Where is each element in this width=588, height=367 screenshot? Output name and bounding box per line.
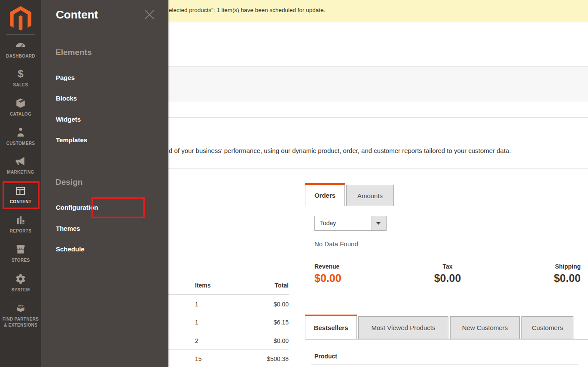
total-cell: $0.00 — [168, 337, 289, 344]
stat-revenue: Revenue $0.00 — [314, 263, 403, 284]
tab-most-viewed-label: Most Viewed Products — [372, 324, 436, 331]
sidebar-item-label: CONTENT — [0, 199, 41, 205]
admin-sidebar: DASHBOARD $ SALES CATALOG CUSTOMERS MARK… — [0, 0, 41, 367]
sidebar-item-sales[interactable]: $ SALES — [0, 68, 41, 88]
extensions-icon — [0, 303, 41, 314]
tab-customers[interactable]: Customers — [521, 316, 573, 339]
sidebar-item-stores[interactable]: STORES — [0, 244, 41, 263]
tab-most-viewed-products[interactable]: Most Viewed Products — [358, 316, 448, 339]
sidebar-item-system[interactable]: SYSTEM — [0, 273, 41, 293]
marketing-icon — [0, 156, 41, 167]
menu-item-templates[interactable]: Templates — [56, 136, 87, 144]
stores-icon — [0, 244, 41, 255]
sidebar-divider — [6, 298, 35, 298]
content-menu-flyout: Content Elements Pages Blocks Widgets Te… — [41, 0, 168, 367]
total-cell: $0.00 — [168, 301, 289, 308]
stat-shipping-value: $0.00 — [492, 272, 581, 284]
divider — [168, 331, 289, 331]
tab-amounts[interactable]: Amounts — [346, 185, 394, 206]
customers-icon — [0, 127, 41, 138]
dashboard-icon — [0, 40, 41, 51]
sidebar-item-label: DASHBOARD — [0, 53, 41, 59]
page-header-band — [168, 66, 588, 102]
admin-dashboard-page: elected products": 1 item(s) have been s… — [0, 0, 588, 367]
chevron-down-icon — [372, 216, 386, 230]
tab-bestsellers-label: Bestsellers — [314, 324, 348, 331]
no-data-text: No Data Found — [314, 240, 358, 248]
advanced-reporting-text: d of your business' performance, using o… — [169, 147, 511, 154]
highlight-box-configuration — [91, 197, 145, 218]
magento-logo[interactable] — [0, 6, 41, 34]
system-icon — [0, 273, 41, 285]
divider — [168, 168, 588, 169]
divider — [168, 294, 289, 295]
tab-new-customers[interactable]: New Customers — [450, 316, 520, 339]
sidebar-item-label: CATALOG — [0, 111, 41, 117]
orders-table-header-total: Total — [168, 282, 289, 289]
bestsellers-column-product: Product — [314, 353, 337, 360]
sidebar-item-marketing[interactable]: MARKETING — [0, 156, 41, 175]
tab-amounts-label: Amounts — [357, 192, 383, 199]
menu-item-widgets[interactable]: Widgets — [56, 116, 81, 123]
divider — [311, 364, 578, 365]
sidebar-item-label: REPORTS — [0, 228, 41, 234]
close-icon — [143, 9, 155, 21]
menu-section-heading-design: Design — [55, 177, 82, 187]
sidebar-item-catalog[interactable]: CATALOG — [0, 98, 41, 117]
tab-orders-label: Orders — [314, 192, 335, 199]
content-icon — [0, 185, 41, 197]
menu-item-blocks[interactable]: Blocks — [56, 95, 77, 102]
sidebar-divider — [6, 34, 35, 35]
divider — [168, 117, 588, 118]
sidebar-item-find-partners[interactable]: FIND PARTNERS & EXTENSIONS — [0, 303, 41, 328]
sidebar-item-label: SALES — [0, 82, 41, 88]
catalog-icon — [0, 98, 41, 109]
total-cell: $6.15 — [168, 319, 289, 326]
menu-item-schedule[interactable]: Schedule — [56, 245, 85, 253]
stat-revenue-value: $0.00 — [314, 272, 403, 284]
tab-new-customers-label: New Customers — [462, 324, 508, 331]
notification-banner: elected products": 1 item(s) have been s… — [168, 0, 588, 22]
close-button[interactable] — [143, 9, 156, 21]
stats-row: Revenue $0.00 Tax $0.00 Shipping $0.00 — [314, 263, 581, 284]
dashboard-content: elected products": 1 item(s) have been s… — [168, 0, 588, 367]
sidebar-item-reports[interactable]: REPORTS — [0, 214, 41, 234]
divider — [168, 349, 289, 350]
sidebar-item-label: CUSTOMERS — [0, 141, 41, 147]
sidebar-item-content[interactable]: CONTENT — [0, 185, 41, 205]
sidebar-item-customers[interactable]: CUSTOMERS — [0, 127, 41, 147]
reports-icon — [0, 214, 41, 226]
sidebar-item-label: STORES — [0, 257, 41, 263]
period-select-value: Today — [320, 220, 336, 226]
period-select[interactable]: Today — [314, 216, 387, 231]
stat-shipping-label: Shipping — [492, 263, 581, 270]
divider — [168, 313, 289, 313]
sidebar-item-label: MARKETING — [0, 169, 41, 175]
menu-item-pages[interactable]: Pages — [56, 74, 75, 82]
stat-shipping: Shipping $0.00 — [492, 263, 581, 284]
total-cell: $500.38 — [168, 355, 289, 362]
tab-orders[interactable]: Orders — [305, 183, 345, 206]
menu-item-themes[interactable]: Themes — [56, 225, 80, 232]
tab-customers-label: Customers — [532, 324, 563, 331]
stat-tax-label: Tax — [403, 263, 492, 270]
magento-logo-icon — [9, 6, 32, 32]
notification-text: elected products": 1 item(s) have been s… — [169, 7, 325, 13]
menu-section-heading-elements: Elements — [55, 48, 91, 57]
stat-tax: Tax $0.00 — [403, 263, 492, 284]
tab-bestsellers[interactable]: Bestsellers — [305, 315, 357, 339]
stat-revenue-label: Revenue — [314, 263, 403, 270]
menu-item-configuration[interactable]: Configuration — [56, 204, 98, 211]
sidebar-item-label: FIND PARTNERS — [0, 316, 41, 322]
stat-tax-value: $0.00 — [403, 272, 492, 284]
sidebar-item-dashboard[interactable]: DASHBOARD — [0, 40, 41, 59]
sidebar-item-label: SYSTEM — [0, 287, 41, 293]
sales-icon: $ — [0, 68, 41, 80]
sidebar-item-label-line2: & EXTENSIONS — [0, 322, 41, 328]
flyout-title: Content — [56, 8, 98, 21]
